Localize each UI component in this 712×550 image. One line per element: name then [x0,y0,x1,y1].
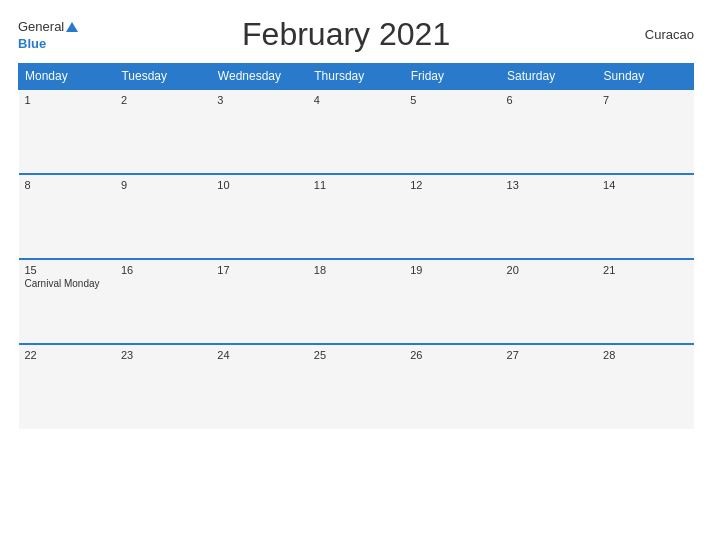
day-number: 24 [217,349,301,361]
calendar-day-cell: 12 [404,174,500,259]
header-tuesday: Tuesday [115,64,211,90]
logo-triangle-icon [64,19,78,35]
calendar-day-cell: 28 [597,344,693,429]
day-number: 18 [314,264,398,276]
calendar-day-cell: 22 [19,344,115,429]
day-number: 4 [314,94,398,106]
calendar-day-cell: 25 [308,344,404,429]
header-sunday: Sunday [597,64,693,90]
day-number: 10 [217,179,301,191]
day-number: 8 [25,179,109,191]
day-number: 11 [314,179,398,191]
calendar-day-cell: 4 [308,89,404,174]
weekday-header-row: Monday Tuesday Wednesday Thursday Friday… [19,64,694,90]
calendar-day-cell: 17 [211,259,307,344]
day-number: 5 [410,94,494,106]
svg-marker-0 [66,22,78,32]
day-number: 6 [507,94,591,106]
day-number: 1 [25,94,109,106]
calendar-week-row: 891011121314 [19,174,694,259]
day-number: 21 [603,264,687,276]
country-label: Curacao [614,27,694,42]
calendar-day-cell: 3 [211,89,307,174]
month-title: February 2021 [78,16,614,53]
calendar-day-cell: 11 [308,174,404,259]
header-wednesday: Wednesday [211,64,307,90]
calendar-day-cell: 26 [404,344,500,429]
calendar-day-cell: 8 [19,174,115,259]
day-number: 20 [507,264,591,276]
day-number: 14 [603,179,687,191]
calendar-day-cell: 20 [501,259,597,344]
logo-general-text: General [18,20,64,33]
calendar-grid: Monday Tuesday Wednesday Thursday Friday… [18,63,694,429]
day-number: 15 [25,264,109,276]
calendar-day-cell: 18 [308,259,404,344]
calendar-day-cell: 14 [597,174,693,259]
header-saturday: Saturday [501,64,597,90]
calendar-day-cell: 19 [404,259,500,344]
calendar-day-cell: 9 [115,174,211,259]
calendar-day-cell: 16 [115,259,211,344]
calendar-week-row: 1234567 [19,89,694,174]
day-number: 25 [314,349,398,361]
day-number: 7 [603,94,687,106]
calendar-day-cell: 27 [501,344,597,429]
calendar-container: General Blue February 2021 Curacao Monda… [0,0,712,550]
calendar-week-row: 15Carnival Monday161718192021 [19,259,694,344]
calendar-day-cell: 15Carnival Monday [19,259,115,344]
calendar-week-row: 22232425262728 [19,344,694,429]
day-number: 12 [410,179,494,191]
calendar-day-cell: 2 [115,89,211,174]
day-number: 28 [603,349,687,361]
day-number: 26 [410,349,494,361]
day-number: 23 [121,349,205,361]
event-label: Carnival Monday [25,278,109,289]
day-number: 16 [121,264,205,276]
day-number: 13 [507,179,591,191]
day-number: 17 [217,264,301,276]
day-number: 19 [410,264,494,276]
calendar-day-cell: 7 [597,89,693,174]
calendar-day-cell: 10 [211,174,307,259]
calendar-header: General Blue February 2021 Curacao [18,16,694,53]
calendar-day-cell: 13 [501,174,597,259]
header-friday: Friday [404,64,500,90]
calendar-day-cell: 6 [501,89,597,174]
logo: General Blue [18,19,78,51]
calendar-day-cell: 21 [597,259,693,344]
day-number: 2 [121,94,205,106]
day-number: 22 [25,349,109,361]
day-number: 3 [217,94,301,106]
day-number: 27 [507,349,591,361]
calendar-day-cell: 24 [211,344,307,429]
calendar-day-cell: 5 [404,89,500,174]
logo-blue-text: Blue [18,36,46,51]
calendar-day-cell: 1 [19,89,115,174]
header-thursday: Thursday [308,64,404,90]
header-monday: Monday [19,64,115,90]
day-number: 9 [121,179,205,191]
calendar-day-cell: 23 [115,344,211,429]
